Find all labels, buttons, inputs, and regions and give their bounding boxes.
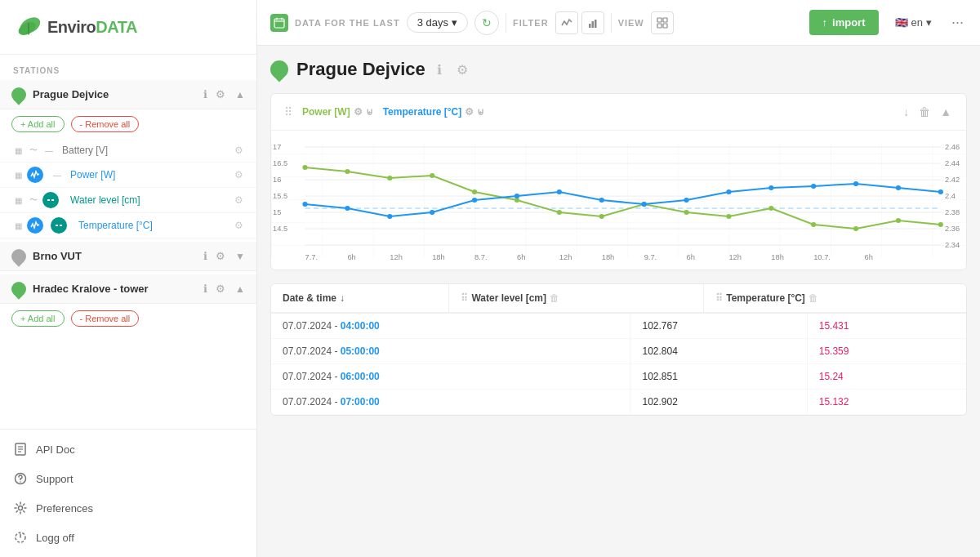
svg-point-81 xyxy=(514,194,519,198)
sidebar-scroll: STATIONS Prague Dejvice ℹ ⚙ ▲ + Add all … xyxy=(0,55,256,429)
sidebar-item-logg-off[interactable]: Logg off xyxy=(0,523,256,552)
station-settings-btn-brno[interactable]: ⚙ xyxy=(214,248,227,264)
more-options-btn[interactable]: ··· xyxy=(948,11,967,34)
sensor-row-temp: ▦ Temperature [°C] ⚙ xyxy=(0,213,256,238)
filter-bar-btn[interactable] xyxy=(581,11,604,34)
svg-point-83 xyxy=(599,198,604,203)
svg-text:17: 17 xyxy=(273,143,281,151)
svg-rect-18 xyxy=(591,21,594,28)
cell-temp-3: 15.132 xyxy=(807,390,966,415)
water-drag-icon: ⠿ xyxy=(461,292,468,304)
svg-point-77 xyxy=(345,206,350,211)
datetime-download-btn[interactable]: ↓ xyxy=(340,292,345,304)
svg-point-78 xyxy=(387,214,392,219)
sidebar-item-api-doc[interactable]: API Doc xyxy=(0,434,256,464)
temp-filter-icon[interactable]: ⊌ xyxy=(477,106,484,118)
col-header-water: ⠿ Water level [cm] 🗑 xyxy=(449,284,704,313)
sensor-gear-temp[interactable]: ⚙ xyxy=(233,218,245,233)
svg-text:2.4: 2.4 xyxy=(945,192,956,200)
sidebar-item-preferences[interactable]: Preferences xyxy=(0,493,256,523)
data-table-card: Date & time ↓ ⠿ Water level [cm] 🗑 xyxy=(270,283,967,416)
svg-point-89 xyxy=(853,181,858,186)
station-icons-prague: ℹ ⚙ ▲ xyxy=(202,87,245,102)
wave-icon-water[interactable]: 〜 xyxy=(27,194,40,207)
svg-point-11 xyxy=(19,506,23,510)
svg-text:14.5: 14.5 xyxy=(273,225,287,233)
svg-point-60 xyxy=(302,165,307,170)
svg-point-74 xyxy=(896,218,901,223)
station-icons-brno: ℹ ⚙ ▼ xyxy=(202,248,245,264)
page-info-btn[interactable]: ℹ xyxy=(434,60,445,79)
sensor-chart-icons-water: ▦ 〜 xyxy=(11,192,64,208)
chart-collapse-btn[interactable]: ▲ xyxy=(938,104,953,120)
import-btn[interactable]: ↑ import xyxy=(809,10,879,35)
sensor-gear-battery[interactable]: ⚙ xyxy=(233,143,245,158)
water-trash-btn[interactable]: 🗑 xyxy=(550,292,559,304)
station-info-btn-prague[interactable]: ℹ xyxy=(202,87,209,102)
power-settings-icon[interactable]: ⚙ xyxy=(354,106,363,118)
power-filter-icon[interactable]: ⊌ xyxy=(366,106,373,118)
chart-header-right: ↓ 🗑 ▲ xyxy=(902,104,953,120)
svg-text:6h: 6h xyxy=(347,253,355,261)
chart-drag-handle[interactable]: ⠿ xyxy=(284,105,292,118)
sensor-chart-icons-temp: ▦ xyxy=(11,217,72,234)
svg-text:2.44: 2.44 xyxy=(945,159,960,167)
svg-point-67 xyxy=(599,214,604,219)
lang-chevron: ▾ xyxy=(926,16,932,29)
logo-text: EnviroDATA xyxy=(47,18,137,37)
filter-label: FILTER xyxy=(513,18,549,28)
bar-chart-icon-temp[interactable]: ▦ xyxy=(11,219,24,232)
dash-icon-power[interactable]: — xyxy=(51,168,64,181)
sensor-gear-power[interactable]: ⚙ xyxy=(233,167,245,182)
add-all-btn-hradec[interactable]: + Add all xyxy=(11,310,65,327)
chart-svg: 2.46 2.44 2.42 2.4 2.38 2.36 2.34 17 16.… xyxy=(271,131,966,270)
topbar-left: DATA FOR THE LAST 3 days ▾ ↻ FILTER VIEW xyxy=(270,11,800,35)
station-settings-btn-prague[interactable]: ⚙ xyxy=(214,87,227,102)
dash-chart-icon[interactable]: — xyxy=(42,144,56,157)
stations-label: STATIONS xyxy=(0,55,256,80)
lang-selector[interactable]: 🇬🇧 en ▾ xyxy=(889,13,938,32)
station-info-btn-brno[interactable]: ℹ xyxy=(202,248,209,264)
remove-all-btn-prague[interactable]: - Remove all xyxy=(71,116,140,132)
water-col-label: Water level [cm] xyxy=(471,292,546,304)
station-header-hradec[interactable]: Hradec Kralove - tower ℹ ⚙ ▲ xyxy=(0,274,256,304)
refresh-btn[interactable]: ↻ xyxy=(474,11,499,35)
cell-temp-2: 15.24 xyxy=(807,364,966,390)
bar-chart-icon[interactable]: ▦ xyxy=(11,144,24,157)
svg-point-75 xyxy=(938,222,943,227)
calendar-icon xyxy=(270,14,288,32)
page-settings-btn[interactable]: ⚙ xyxy=(453,60,471,79)
temp-settings-icon[interactable]: ⚙ xyxy=(465,106,474,118)
dash-icon-water xyxy=(46,195,56,205)
chart-delete-btn[interactable]: 🗑 xyxy=(917,104,932,120)
bar-chart-icon-power[interactable]: ▦ xyxy=(11,168,24,181)
add-all-btn-prague[interactable]: + Add all xyxy=(11,116,65,132)
cell-water-1: 102.804 xyxy=(630,339,807,364)
api-doc-icon xyxy=(13,442,28,457)
sensor-gear-water[interactable]: ⚙ xyxy=(233,193,245,207)
station-header-brno[interactable]: Brno VUT ℹ ⚙ ▼ xyxy=(0,242,256,271)
svg-text:12h: 12h xyxy=(390,253,403,261)
bar-chart-icon-water[interactable]: ▦ xyxy=(11,194,24,207)
svg-text:2.42: 2.42 xyxy=(945,176,960,184)
svg-point-10 xyxy=(20,481,21,483)
svg-text:6h: 6h xyxy=(687,253,695,261)
svg-text:18h: 18h xyxy=(432,253,445,261)
station-settings-btn-hradec[interactable]: ⚙ xyxy=(214,281,227,296)
svg-point-63 xyxy=(430,173,434,178)
station-header-prague[interactable]: Prague Dejvice ℹ ⚙ ▲ xyxy=(0,80,256,109)
sensor-badge-temp2 xyxy=(51,217,67,234)
station-info-btn-hradec[interactable]: ℹ xyxy=(202,281,209,296)
chart-download-btn[interactable]: ↓ xyxy=(902,104,911,120)
svg-text:2.38: 2.38 xyxy=(945,208,960,216)
sidebar-item-support[interactable]: Support xyxy=(0,464,256,493)
svg-rect-23 xyxy=(663,24,667,28)
days-selector[interactable]: 3 days ▾ xyxy=(407,12,468,33)
filter-line-btn[interactable] xyxy=(555,11,578,34)
temp-trash-btn[interactable]: 🗑 xyxy=(808,292,818,304)
line-chart-icon[interactable]: 〜 xyxy=(27,144,40,157)
view-icon-btn[interactable] xyxy=(651,11,674,34)
remove-all-btn-hradec[interactable]: - Remove all xyxy=(71,310,140,327)
chart-series-temp: Temperature [°C] ⚙ ⊌ xyxy=(383,106,485,118)
logg-off-label: Logg off xyxy=(36,532,74,544)
